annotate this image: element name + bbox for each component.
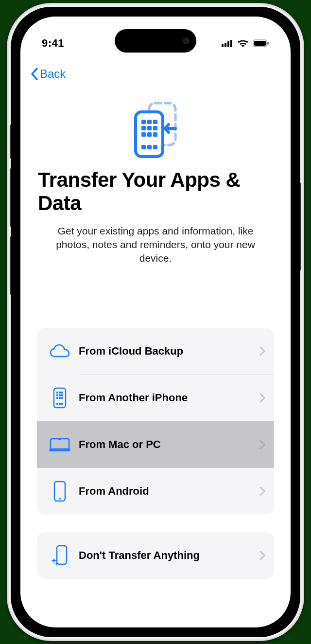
svg-rect-37 — [57, 546, 67, 564]
option-label: From iCloud Backup — [77, 345, 259, 358]
back-button[interactable]: Back — [30, 67, 66, 81]
svg-rect-9 — [141, 120, 146, 124]
sparkle-phone-icon — [43, 544, 77, 567]
svg-rect-19 — [147, 145, 152, 149]
transfer-options-list-2: Don't Transfer Anything — [37, 532, 274, 579]
svg-rect-33 — [61, 403, 63, 405]
option-android[interactable]: From Android — [37, 468, 274, 515]
laptop-icon — [43, 437, 77, 452]
svg-rect-14 — [153, 126, 157, 130]
page-subtitle: Get your existing apps and information, … — [37, 221, 274, 266]
chevron-right-icon — [259, 551, 265, 560]
svg-rect-6 — [267, 42, 269, 45]
cellular-icon — [222, 39, 233, 47]
option-mac-or-pc[interactable]: From Mac or PC — [37, 421, 274, 468]
svg-rect-23 — [59, 392, 61, 394]
svg-rect-18 — [141, 145, 146, 149]
svg-rect-10 — [147, 120, 152, 124]
svg-rect-3 — [230, 40, 232, 47]
transfer-hero-icon — [37, 101, 274, 159]
chevron-left-icon — [30, 67, 39, 81]
phone-frame: 9:41 — [7, 3, 304, 641]
svg-rect-32 — [59, 403, 61, 405]
option-label: From Android — [77, 485, 259, 498]
svg-rect-28 — [56, 397, 58, 399]
option-another-iphone[interactable]: From Another iPhone — [37, 375, 274, 421]
svg-rect-20 — [153, 145, 157, 149]
svg-rect-26 — [59, 394, 61, 396]
chevron-right-icon — [259, 346, 265, 356]
svg-rect-17 — [153, 132, 157, 137]
cloud-icon — [43, 344, 77, 358]
svg-rect-12 — [141, 126, 146, 130]
option-icloud-backup[interactable]: From iCloud Backup — [37, 328, 274, 375]
page-title: Transfer Your Apps & Data — [37, 164, 274, 221]
svg-rect-31 — [56, 403, 58, 405]
svg-rect-25 — [56, 394, 58, 396]
svg-rect-22 — [56, 392, 58, 394]
svg-rect-15 — [141, 132, 146, 137]
chevron-right-icon — [259, 440, 265, 449]
svg-rect-2 — [227, 41, 229, 47]
chevron-right-icon — [259, 393, 265, 403]
svg-rect-5 — [254, 41, 266, 46]
svg-rect-16 — [147, 132, 152, 137]
svg-rect-27 — [61, 394, 63, 396]
svg-rect-0 — [222, 44, 224, 47]
screen: 9:41 — [20, 17, 291, 627]
svg-rect-11 — [153, 120, 157, 124]
wifi-icon — [237, 39, 249, 48]
option-dont-transfer[interactable]: Don't Transfer Anything — [37, 532, 274, 579]
svg-rect-30 — [61, 397, 63, 399]
svg-rect-1 — [225, 43, 226, 47]
status-bar: 9:41 — [20, 17, 291, 61]
svg-rect-13 — [147, 126, 152, 130]
svg-rect-34 — [58, 439, 61, 440]
iphone-icon — [43, 387, 77, 409]
option-label: From Mac or PC — [77, 438, 259, 451]
chevron-right-icon — [259, 486, 265, 496]
option-label: From Another iPhone — [77, 392, 259, 404]
status-time: 9:41 — [42, 37, 64, 50]
transfer-options-list: From iCloud Backup — [37, 328, 274, 515]
svg-rect-24 — [61, 392, 63, 394]
svg-point-36 — [59, 498, 61, 500]
back-label: Back — [40, 67, 66, 81]
svg-rect-29 — [59, 397, 61, 399]
option-label: Don't Transfer Anything — [77, 549, 259, 562]
android-icon — [43, 480, 77, 502]
battery-icon — [253, 39, 269, 47]
